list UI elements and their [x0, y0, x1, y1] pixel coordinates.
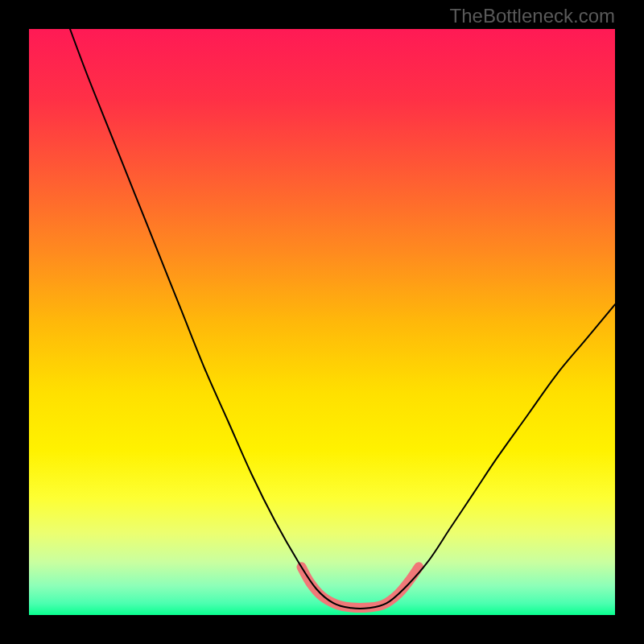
- optimal-band: [302, 567, 419, 608]
- chart-container: TheBottleneck.com: [0, 0, 644, 644]
- bottleneck-curve: [70, 29, 615, 609]
- plot-area: [29, 29, 615, 615]
- curve-layer: [29, 29, 615, 615]
- watermark-text: TheBottleneck.com: [450, 5, 615, 27]
